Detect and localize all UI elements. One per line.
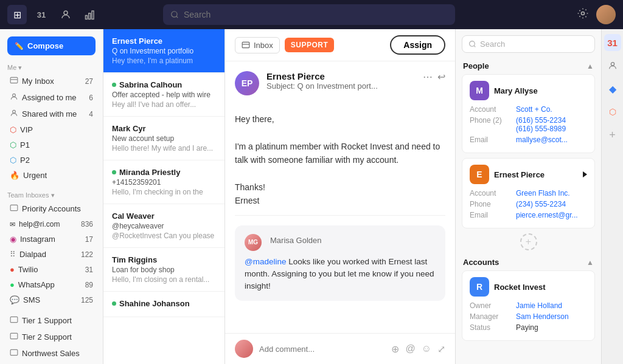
person-card-header-ernest: E Ernest Pierce	[470, 165, 587, 184]
account-card-rocket: R Rocket Invest Owner Jamie Holland Mana…	[462, 270, 595, 341]
more-options-icon[interactable]: ⋯	[423, 71, 433, 83]
global-search-bar[interactable]	[163, 4, 455, 25]
svg-rect-10	[10, 317, 18, 322]
analytics-icon[interactable]	[80, 5, 100, 24]
sidebar-item-twilio[interactable]: ● Twilio 31	[2, 262, 100, 277]
mention-icon[interactable]: @	[405, 343, 415, 355]
sidebar-item-shared-with-me[interactable]: Shared with me 4	[2, 106, 100, 122]
top-navigation: ⊞ 31	[0, 0, 623, 29]
sidebar-item-urgent[interactable]: 🔥 Urgent	[2, 168, 100, 183]
sidebar-item-tier1[interactable]: Tier 1 Support	[2, 312, 100, 329]
account-icon-rocket: R	[470, 277, 489, 297]
conv-preview-1: Hey all! I've had an offer...	[112, 100, 216, 109]
conversation-item-5[interactable]: Tim Riggins Loan for body shop Hello, I'…	[103, 248, 224, 292]
dialpad-icon: ⠿	[10, 250, 16, 259]
sidebar-item-northwest[interactable]: Northwest Sales	[2, 345, 100, 362]
sidebar-item-p2[interactable]: ⬡ P2	[2, 153, 100, 168]
sidebar-item-assigned-to-me[interactable]: Assigned to me 6	[2, 89, 100, 106]
conv-subject-2: New account setup	[112, 134, 216, 143]
svg-point-14	[470, 41, 475, 47]
person-icon-ernest: E	[470, 165, 489, 184]
add-person-button[interactable]: +	[520, 233, 537, 250]
comment-user-avatar	[235, 340, 253, 358]
person-name-ernest: Ernest Pierce	[494, 170, 545, 179]
me-section-label[interactable]: Me ▾	[0, 60, 103, 73]
sender-info: Ernest Pierce Subject: Q on Investment p…	[266, 71, 416, 91]
person-card-mary: M Mary Allyse Account Scott + Co. Phone …	[462, 74, 595, 153]
conv-subject-1: Offer accepted - help with wire	[112, 91, 216, 99]
conv-subject-3: +14152359201	[112, 178, 216, 187]
people-collapse-icon[interactable]: ▲	[586, 62, 594, 70]
svg-point-5	[582, 12, 585, 15]
emoji-icon[interactable]: ☺	[422, 343, 431, 355]
conv-preview-5: Hello, I'm closing on a rental...	[112, 275, 216, 284]
add-comment-icon[interactable]: ⊕	[391, 343, 399, 355]
conversation-item-4[interactable]: Cal Weaver @heycalweaver @RocketInvest C…	[103, 204, 224, 248]
assign-button[interactable]: Assign	[390, 35, 445, 55]
person-row-phone-mary: Phone (2) (616) 555-2234 (616) 555-8989	[470, 116, 587, 133]
message-actions[interactable]: ⋯ ↩	[423, 71, 445, 83]
home-icon[interactable]: ⊞	[7, 5, 27, 24]
priority-icon	[10, 204, 18, 214]
reply-icon[interactable]: ↩	[437, 71, 445, 83]
user-avatar[interactable]	[596, 5, 616, 24]
reply-text: @madeline Looks like you worked with Ern…	[245, 256, 436, 293]
contacts-icon[interactable]	[56, 5, 75, 24]
person-row-email-mary: Email mallyse@scot...	[470, 136, 587, 144]
conversation-item-1[interactable]: Sabrina Calhoun Offer accepted - help wi…	[103, 73, 224, 117]
sidebar-item-tier2[interactable]: Tier 2 Support	[2, 329, 100, 345]
conversation-item-6[interactable]: Shahine Johanson	[103, 292, 224, 317]
conv-subject-5: Loan for body shop	[112, 266, 216, 274]
conversation-item-0[interactable]: Ernest Pierce Q on Investment portfolio …	[103, 29, 224, 73]
message-area: EP Ernest Pierce Subject: Q on Investmen…	[225, 61, 455, 333]
account-row-owner: Owner Jamie Holland	[470, 301, 587, 310]
conversation-item-3[interactable]: Miranda Priestly +14152359201 Hello, I'm…	[103, 160, 224, 204]
expand-icon[interactable]: ⤢	[437, 343, 445, 355]
sender-name: Ernest Pierce	[266, 71, 416, 81]
compose-button[interactable]: ✏️ Compose	[7, 36, 96, 55]
ernest-arrow-icon	[583, 171, 587, 177]
account-row-status: Status Paying	[470, 323, 587, 332]
sidebar-item-whatsapp[interactable]: ● WhatsApp 89	[2, 277, 100, 292]
inbox-badge[interactable]: Inbox	[235, 37, 280, 53]
right-search-input[interactable]	[480, 39, 588, 49]
p2-tag-icon: ⬡	[10, 156, 16, 165]
sidebar-item-dialpad[interactable]: ⠿ Dialpad 122	[2, 247, 100, 262]
accounts-collapse-icon[interactable]: ▲	[586, 258, 594, 267]
sidebar-item-my-inbox[interactable]: My Inbox 27	[2, 73, 100, 89]
svg-rect-3	[92, 11, 94, 19]
conv-name-3: Miranda Priestly	[112, 168, 216, 177]
global-search-input[interactable]	[184, 10, 448, 19]
comment-box: ⊕ @ ☺ ⤢	[225, 333, 455, 364]
panel-icon-hubspot[interactable]: ⬡	[604, 103, 621, 120]
sidebar-item-help-email[interactable]: ✉ help@ri.com 836	[2, 217, 100, 232]
svg-rect-9	[10, 205, 18, 210]
vip-tag-icon: ⬡	[10, 125, 16, 134]
twilio-icon: ●	[10, 265, 15, 274]
online-indicator-6	[112, 301, 116, 306]
calendar-icon[interactable]: 31	[32, 5, 51, 24]
right-search-bar[interactable]	[462, 35, 595, 53]
svg-point-4	[172, 12, 177, 17]
svg-rect-12	[10, 349, 18, 355]
compose-icon: ✏️	[15, 42, 24, 50]
tier1-icon	[10, 315, 18, 326]
panel-icon-diamond[interactable]: ◆	[604, 80, 621, 97]
panel-icon-calendar[interactable]: 31	[604, 34, 621, 51]
sidebar-item-instagram[interactable]: ◉ Instagram 17	[2, 232, 100, 247]
panel-icon-add[interactable]: +	[604, 126, 621, 143]
person-card-header-mary: M Mary Allyse	[470, 81, 587, 100]
svg-rect-6	[10, 77, 18, 83]
northwest-icon	[10, 348, 18, 359]
conversation-item-2[interactable]: Mark Cyr New account setup Hello there! …	[103, 117, 224, 160]
conv-preview-2: Hello there! My wife and I are...	[112, 144, 216, 153]
settings-icon[interactable]	[577, 7, 589, 22]
panel-icon-contact[interactable]	[604, 57, 621, 74]
sidebar-item-vip[interactable]: ⬡ VIP	[2, 122, 100, 137]
sidebar-item-sms[interactable]: 💬 SMS 125	[2, 292, 100, 307]
message-body: Hey there, I'm a platinum member with Ro…	[235, 105, 445, 216]
sidebar-item-p1[interactable]: ⬡ P1	[2, 137, 100, 153]
team-section-label[interactable]: Team Inboxes ▾	[0, 188, 103, 201]
comment-input[interactable]	[259, 345, 385, 354]
sidebar-item-priority-accounts[interactable]: Priority Accounts	[2, 201, 100, 217]
